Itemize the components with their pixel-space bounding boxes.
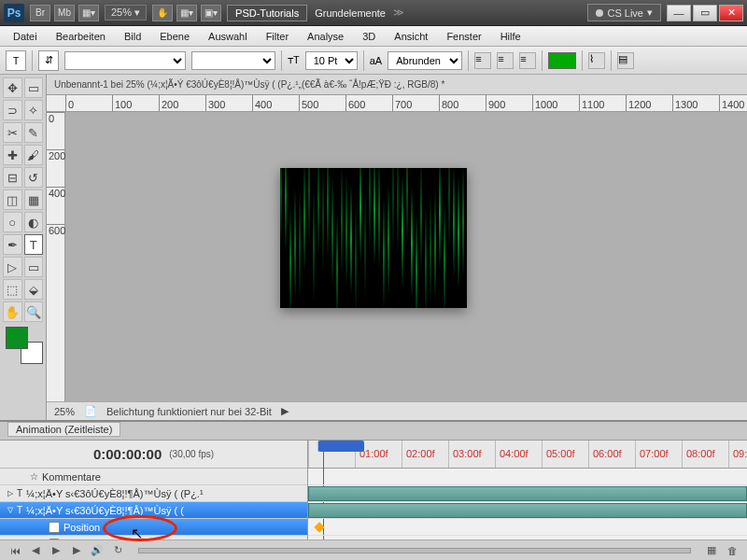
antialias-label: aA — [370, 55, 382, 66]
menubar: Datei Bearbeiten Bild Ebene Auswahl Filt… — [0, 26, 747, 47]
loop-button[interactable]: ↻ — [110, 544, 125, 557]
minimize-button[interactable]: — — [667, 5, 691, 21]
rewind-button[interactable]: ⏮ — [7, 544, 22, 557]
delete-button[interactable]: 🗑 — [725, 544, 740, 557]
next-frame-button[interactable]: ▶ — [69, 544, 84, 557]
cursor-icon: ↖ — [131, 525, 143, 542]
track-bar-2[interactable] — [308, 503, 747, 518]
move-tool[interactable]: ✥ — [3, 77, 22, 98]
zoom-select[interactable]: 25% ▾ — [105, 5, 147, 21]
vertical-ruler: 0200400600 — [47, 112, 65, 401]
menu-fenster[interactable]: Fenster — [437, 28, 490, 45]
playhead[interactable] — [317, 441, 364, 452]
blur-tool[interactable]: ○ — [3, 212, 22, 232]
fg-color[interactable] — [6, 327, 28, 349]
heal-tool[interactable]: ✚ — [3, 145, 22, 165]
shape-tool[interactable]: ▭ — [24, 257, 44, 277]
timeline-mode-button[interactable]: ▦ — [704, 544, 719, 557]
workspace-label[interactable]: Grundelemente — [315, 7, 386, 19]
current-tool-icon[interactable]: T — [6, 50, 26, 71]
text-color-swatch[interactable] — [548, 52, 576, 69]
menu-bearbeiten[interactable]: Bearbeiten — [47, 28, 115, 45]
pen-tool[interactable]: ✒ — [3, 234, 22, 255]
3d-tool[interactable]: ⬚ — [3, 279, 22, 300]
row-position[interactable]: Position — [0, 519, 307, 536]
hand-button[interactable]: ✋ — [152, 5, 173, 21]
marquee-tool[interactable]: ▭ — [24, 77, 44, 98]
font-size-select[interactable]: 10 Pt — [305, 51, 358, 70]
row-layer1[interactable]: ▷ T ¼;x¦Ä•Y s‹€3ôÚ€yÈ8¦!¶Å)™Ùsÿ ( (P¿.¹ — [0, 485, 307, 502]
font-family-select[interactable] — [64, 51, 186, 70]
cslive-button[interactable]: CS Live ▾ — [587, 4, 661, 21]
close-button[interactable]: ✕ — [719, 5, 743, 21]
color-swatches[interactable] — [6, 327, 43, 364]
menu-ansicht[interactable]: Ansicht — [385, 28, 437, 45]
font-size-icon: ᴛT — [288, 54, 300, 66]
eraser-tool[interactable]: ◫ — [3, 189, 22, 210]
audio-button[interactable]: 🔊 — [90, 544, 105, 557]
more-icon[interactable]: ≫ — [393, 7, 404, 19]
dodge-tool[interactable]: ◐ — [24, 212, 44, 232]
history-brush-tool[interactable]: ↺ — [24, 167, 44, 188]
antialias-select[interactable]: Abrunden — [388, 51, 462, 70]
align-center-button[interactable]: ≡ — [497, 52, 514, 69]
warp-text-button[interactable]: ⌇ — [588, 52, 605, 69]
zoom-slider[interactable] — [138, 548, 691, 553]
path-select-tool[interactable]: ▷ — [3, 257, 22, 277]
track-bar-1[interactable] — [308, 486, 747, 501]
bridge-button[interactable]: Br — [30, 5, 50, 21]
menu-filter[interactable]: Filter — [257, 28, 298, 45]
animation-panel-tab[interactable]: Animation (Zeitleiste) — [0, 422, 747, 441]
orientation-icon[interactable]: ⇵ — [38, 50, 59, 71]
font-style-select[interactable] — [191, 51, 275, 70]
animation-controls: ⏮ ◀ ▶ ▶ 🔊 ↻ ▦ 🗑 — [0, 539, 747, 560]
time-ruler[interactable]: 01:00f02:00f03:00f04:00f05:00f06:00f07:0… — [308, 441, 747, 469]
timeline-area[interactable]: 01:00f02:00f03:00f04:00f05:00f06:00f07:0… — [308, 441, 747, 539]
toolbox: ✥▭ ⊃✧ ✂✎ ✚🖌 ⊟↺ ◫▦ ○◐ ✒T ▷▭ ⬚⬙ ✋🔍 — [0, 75, 47, 420]
horizontal-ruler: 0100200300400500600700800900100011001200… — [47, 95, 747, 112]
arrange-button[interactable]: ▦▾ — [176, 5, 197, 21]
play-button[interactable]: ▶ — [49, 544, 63, 557]
type-tool[interactable]: T — [24, 234, 44, 255]
menu-bild[interactable]: Bild — [115, 28, 150, 45]
document-tab[interactable]: Unbenannt-1 bei 25% (¼;x¦Ã•Ý €3ôÚ€yÈ8¦!Å… — [47, 75, 747, 95]
animation-panel: Animation (Zeitleiste) 0:00:00:00 (30,00… — [0, 420, 747, 560]
canvas[interactable] — [65, 112, 747, 401]
titlebar: Ps Br Mb ▦▾ 25% ▾ ✋ ▦▾ ▣▾ PSD-Tutorials … — [0, 0, 747, 26]
stopwatch-icon[interactable] — [49, 522, 60, 533]
fps-label: (30,00 fps) — [169, 449, 214, 459]
wand-tool[interactable]: ✧ — [24, 100, 44, 120]
gradient-tool[interactable]: ▦ — [24, 189, 44, 210]
hand-tool[interactable]: ✋ — [3, 301, 22, 322]
artwork — [280, 168, 467, 308]
row-layer2[interactable]: ▽ T ¼;x¦Ä•Y s‹€3ôÚ€yÈ8¦!¶Å)™Ùsÿ ( ( — [0, 502, 307, 519]
prev-frame-button[interactable]: ◀ — [28, 544, 43, 557]
timecode[interactable]: 0:00:00:00 — [93, 446, 162, 462]
row-comments[interactable]: ☆ Kommentare — [0, 469, 307, 485]
3d-camera-tool[interactable]: ⬙ — [24, 279, 44, 300]
align-right-button[interactable]: ≡ — [519, 52, 536, 69]
status-zoom[interactable]: 25% — [54, 406, 75, 417]
lasso-tool[interactable]: ⊃ — [3, 100, 22, 120]
zoom-tool[interactable]: 🔍 — [24, 301, 44, 322]
stamp-tool[interactable]: ⊟ — [3, 167, 22, 188]
screen-mode-button[interactable]: ▣▾ — [201, 5, 221, 21]
menu-analyse[interactable]: Analyse — [298, 28, 353, 45]
mb-button[interactable]: Mb — [54, 5, 75, 21]
menu-3d[interactable]: 3D — [353, 28, 385, 45]
brush-tool[interactable]: 🖌 — [24, 145, 44, 165]
character-panel-button[interactable]: ▤ — [617, 52, 634, 69]
maximize-button[interactable]: ▭ — [693, 5, 717, 21]
view-extras-button[interactable]: ▦▾ — [78, 5, 99, 21]
keyframe[interactable] — [314, 522, 324, 532]
align-left-button[interactable]: ≡ — [474, 52, 491, 69]
eyedropper-tool[interactable]: ✎ — [24, 122, 44, 143]
menu-hilfe[interactable]: Hilfe — [491, 28, 530, 45]
menu-auswahl[interactable]: Auswahl — [199, 28, 257, 45]
menu-datei[interactable]: Datei — [4, 28, 47, 45]
crop-tool[interactable]: ✂ — [3, 122, 22, 143]
psd-tutorials-button[interactable]: PSD-Tutorials — [227, 5, 307, 21]
status-bar: 25% 📄 Belichtung funktioniert nur bei 32… — [47, 401, 747, 420]
menu-ebene[interactable]: Ebene — [150, 28, 199, 45]
app-logo: Ps — [4, 4, 24, 22]
